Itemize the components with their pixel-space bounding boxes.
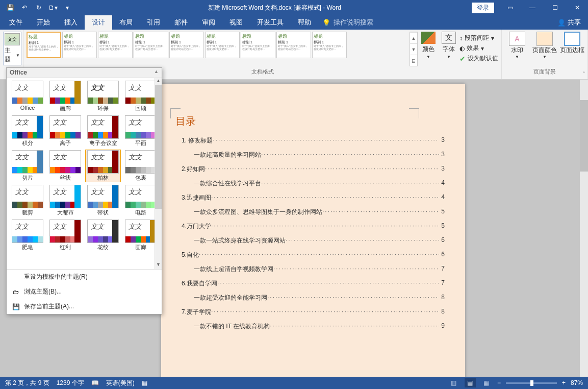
qat-more-icon[interactable]: ▾ (61, 2, 73, 14)
theme-item-红利[interactable]: 文文红利 (47, 219, 83, 252)
collapse-ribbon-icon[interactable]: ˆ (583, 71, 585, 77)
macro-icon[interactable]: ▦ (142, 379, 147, 386)
set-default-button[interactable]: ✔设为默认值 (459, 54, 498, 63)
web-layout-icon[interactable]: ▦ (481, 378, 492, 387)
tab-文件[interactable]: 文件 (2, 15, 30, 30)
tab-开发工具[interactable]: 开发工具 (250, 15, 291, 30)
theme-item-柏林[interactable]: 文文柏林 (85, 150, 121, 182)
style-icon[interactable]: 🗋▾ (47, 2, 59, 14)
effects-button[interactable]: ◐ 效果 ▾ (459, 44, 498, 53)
doc-format-item[interactable]: 标题标副 1对于"插入"选项卡上的库，在设计时与文档中... (276, 32, 311, 58)
doc-format-gallery[interactable]: 标题标副 1对于"插入"选项卡上的库，在设计时与文档中...标题标副 1对于"插… (27, 32, 408, 66)
scroll-thumb[interactable] (155, 85, 162, 209)
zoom-slider[interactable] (506, 382, 557, 384)
doc-format-item[interactable]: 标题标副 1对于"插入"选项卡上的库，在设计时与文档中... (169, 32, 204, 58)
page-indicator[interactable]: 第 2 页，共 9 页 (5, 379, 49, 387)
theme-item-平面[interactable]: 文文平面 (123, 115, 159, 148)
theme-item-丝状[interactable]: 文文丝状 (47, 150, 83, 182)
theme-item-画廊[interactable]: 文文画廊 (123, 219, 159, 252)
theme-item-画廊[interactable]: 文文画廊 (47, 80, 83, 113)
doc-format-item[interactable]: 标题标副 1对于"插入"选项卡上的库，在设计时与文档中... (134, 32, 168, 58)
language-indicator[interactable]: 英语(美国) (106, 379, 135, 387)
theme-item-回顾[interactable]: 文文回顾 (123, 80, 159, 113)
zoom-out-icon[interactable]: − (497, 379, 501, 386)
page-border-button[interactable]: 页面边框 (560, 32, 584, 66)
toc-entry[interactable]: 6.我要自学网·································… (182, 279, 445, 288)
tab-视图[interactable]: 视图 (222, 15, 250, 30)
toc-entry[interactable]: 7.麦子学院··································… (182, 308, 445, 317)
document-page[interactable]: 目录 1. 修改标题······························… (161, 84, 465, 377)
tab-帮助[interactable]: 帮助 (291, 15, 318, 30)
undo-icon[interactable]: ↶ (18, 2, 31, 14)
browse-theme-menu[interactable]: 🗁浏览主题(B)... (7, 284, 162, 299)
tab-邮件[interactable]: 邮件 (167, 15, 195, 30)
toc-entry[interactable]: 1. 修改标题·································… (182, 136, 445, 145)
page-color-button[interactable]: 页面颜色▼ (532, 32, 557, 66)
save-theme-menu[interactable]: 💾保存当前主题(A)... (7, 299, 162, 314)
theme-button[interactable]: 文文 主题▼ (3, 32, 21, 65)
login-button[interactable]: 登录 (472, 3, 494, 13)
theme-item-带状[interactable]: 文文带状 (85, 184, 121, 217)
watermark-button[interactable]: A 水印▼ (505, 32, 529, 66)
doc-format-item[interactable]: 标题标副 1对于"插入"选项卡上的库，在设计时与文档中... (27, 32, 61, 58)
maximize-icon[interactable]: ☐ (544, 0, 566, 15)
toc-entry[interactable]: 5.自化····································… (182, 251, 445, 259)
doc-format-item[interactable]: 标题标副 1对于"插入"选项卡上的库，在设计时与文档中... (312, 32, 347, 58)
doc-format-item[interactable]: 标题标副 1对于"插入"选项卡上的库，在设计时与文档中... (98, 32, 133, 58)
tab-插入[interactable]: 插入 (57, 15, 85, 30)
tab-设计[interactable]: 设计 (85, 15, 112, 30)
theme-item-环保[interactable]: 文文环保 (85, 80, 121, 113)
tell-me-search[interactable]: 💡操作说明搜索 (322, 18, 373, 27)
theme-item-包裹[interactable]: 文文包裹 (123, 150, 159, 182)
theme-item-裁剪[interactable]: 文文裁剪 (10, 184, 45, 217)
theme-item-Office[interactable]: 文文Office (10, 80, 45, 113)
tab-引用[interactable]: 引用 (140, 15, 167, 30)
scroll-up-icon[interactable]: ▲ (154, 69, 159, 77)
theme-item-切片[interactable]: 文文切片 (10, 150, 45, 182)
tab-审阅[interactable]: 审阅 (195, 15, 222, 30)
theme-item-大都市[interactable]: 文文大都市 (47, 184, 83, 217)
toc-entry[interactable]: 一款一站式终身在线学习资源网站·························… (194, 236, 445, 245)
toc-entry[interactable]: 3.迅捷画图··································… (182, 193, 445, 202)
share-button[interactable]: 👤共享 (557, 18, 581, 27)
zoom-in-icon[interactable]: + (562, 379, 566, 386)
redo-icon[interactable]: ↻ (33, 2, 45, 14)
toc-entry[interactable]: 一款不错的 IT 在线教育机构·························… (194, 322, 445, 331)
theme-item-离子会议室[interactable]: 文文离子会议室 (85, 115, 121, 148)
theme-scrollbar[interactable]: ▲ ▼ (155, 78, 162, 269)
toc-entry[interactable]: 4.万门大学··································… (182, 222, 445, 231)
vertical-scrollbar[interactable] (580, 80, 588, 377)
ribbon-options-icon[interactable]: ▭ (499, 0, 521, 15)
toc-entry[interactable]: 一款超受欢迎的全能学习网····························… (194, 294, 445, 302)
tab-布局[interactable]: 布局 (112, 15, 140, 30)
print-layout-icon[interactable]: ▤ (465, 378, 476, 387)
theme-item-花纹[interactable]: 文文花纹 (85, 219, 121, 252)
zoom-handle[interactable] (530, 380, 533, 386)
word-count[interactable]: 1239 个字 (57, 379, 84, 387)
reset-theme-menu[interactable]: 重设为模板中的主题(R) (7, 270, 162, 284)
toc-entry[interactable]: 一款线上超清自学视频教学网···························… (194, 265, 445, 274)
theme-item-积分[interactable]: 文文积分 (10, 115, 45, 148)
toc-entry[interactable]: 一款超高质量的学习网站·····························… (194, 151, 445, 159)
toc-entry[interactable]: 2.好知网···································… (182, 165, 445, 174)
tab-开始[interactable]: 开始 (30, 15, 57, 30)
scroll-up-icon[interactable]: ▲ (155, 78, 162, 85)
zoom-percent[interactable]: 87% (571, 379, 583, 386)
close-icon[interactable]: ✕ (567, 0, 588, 15)
doc-format-item[interactable]: 标题标副 1对于"插入"选项卡上的库，在设计时与文档中... (241, 32, 275, 58)
minimize-icon[interactable]: — (522, 0, 543, 15)
read-mode-icon[interactable]: ▥ (448, 378, 459, 387)
theme-item-离子[interactable]: 文文离子 (47, 115, 83, 148)
toc-entry[interactable]: 一款综合性在线学习平台·····························… (194, 179, 445, 188)
colors-button[interactable]: 颜色▼ (419, 32, 438, 66)
scroll-thumb[interactable] (580, 100, 588, 172)
theme-item-肥皂[interactable]: 文文肥皂 (10, 219, 45, 252)
save-icon[interactable]: 💾 (4, 2, 16, 14)
scroll-down-icon[interactable]: ▼ (155, 262, 162, 269)
fonts-button[interactable]: 文 字体▼ (439, 32, 458, 66)
doc-format-item[interactable]: 标题标副 1对于"插入"选项卡上的库，在设计时与文档中... (62, 32, 97, 58)
toc-entry[interactable]: 一款众多流程图、思维导图集于一身的制作网站···················… (194, 208, 445, 216)
proofing-icon[interactable]: 📖 (91, 379, 99, 386)
theme-item-电路[interactable]: 文文电路 (123, 184, 159, 217)
doc-format-item[interactable]: 标题标副 1对于"插入"选项卡上的库，在设计时与文档中... (205, 32, 240, 58)
